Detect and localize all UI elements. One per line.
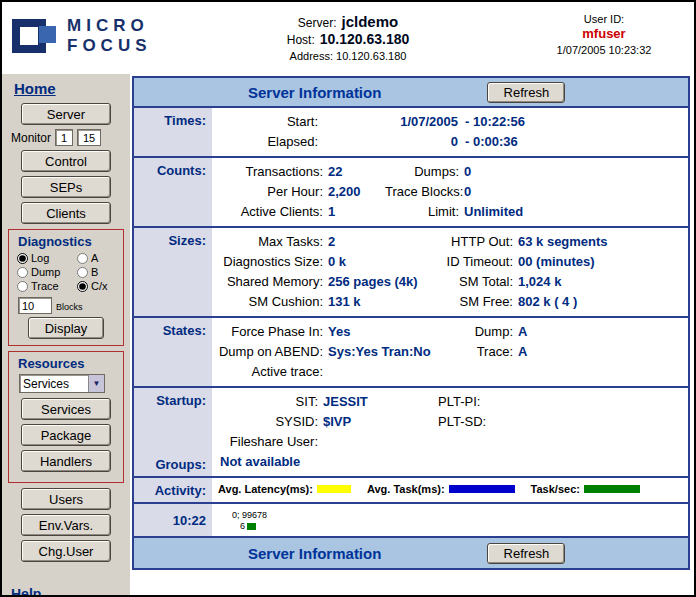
latency-bar (317, 485, 351, 493)
field-value (513, 362, 518, 382)
field-label: Force Phase In: (218, 322, 323, 342)
page-header: MICRO FOCUS Server:jcldemo Host:10.120.6… (2, 2, 694, 74)
control-button[interactable]: Control (21, 150, 111, 172)
timeline-section: 10:22 0; 99678 6 (134, 504, 688, 538)
radio-cx-input[interactable] (77, 281, 88, 292)
legend-tasksec-label: Task/sec: (531, 483, 580, 495)
radio-b[interactable]: B (77, 266, 125, 278)
radio-a[interactable]: A (77, 252, 125, 264)
package-button[interactable]: Package (21, 424, 111, 446)
groups-value: Not available (218, 452, 684, 472)
startup-row: Fileshare User: (218, 432, 684, 452)
handlers-button[interactable]: Handlers (21, 450, 111, 472)
server-name: jcldemo (342, 13, 399, 30)
app-window: MICRO FOCUS Server:jcldemo Host:10.120.6… (0, 0, 696, 597)
panel-footer-bar: Server Information Refresh (134, 538, 688, 568)
users-button[interactable]: Users (21, 488, 111, 510)
diagnostics-radio-group: Log A Dump B (17, 252, 121, 292)
server-label: Server: (298, 16, 337, 30)
states-section: States: Force Phase In: Yes Dump: A Dump… (134, 318, 688, 388)
startup-section: Startup: Groups: SIT: JESSIT PLT-PI: SYS… (134, 388, 688, 478)
field-label: Diagnostics Size: (218, 252, 323, 272)
radio-b-input[interactable] (77, 267, 88, 278)
counts-row: Per Hour: 2,200 Trace Blocks: 0 (218, 182, 684, 202)
legend-task-label: Avg. Task(ms): (367, 483, 445, 495)
radio-cx[interactable]: C/x (77, 280, 125, 292)
activity-label: Activity: (134, 478, 212, 502)
legend-latency-label: Avg. Latency(ms): (218, 483, 313, 495)
monitor-controls: Monitor (11, 129, 126, 146)
refresh-button[interactable]: Refresh (487, 82, 565, 103)
tasksec-bar (584, 485, 640, 493)
field-value: 00 (minutes) (513, 252, 595, 272)
field-label: Shared Memory: (218, 272, 323, 292)
field-label: Active Clients: (218, 202, 323, 222)
sizes-row: SM Cushion: 131 k SM Free: 802 k ( 4 ) (218, 292, 684, 312)
monitor-count-input[interactable] (77, 129, 101, 146)
legend-tasksec: Task/sec: (531, 483, 640, 495)
sizes-label: Sizes: (134, 228, 212, 316)
monitor-label: Monitor (11, 131, 51, 145)
activity-section: Activity: Avg. Latency(ms): Avg. Task(ms… (134, 478, 688, 504)
micro-focus-logo-icon (12, 14, 58, 58)
field-label: Trace: (443, 342, 513, 362)
host-value: 10.120.63.180 (320, 31, 410, 47)
chg-user-button[interactable]: Chg.User (21, 540, 111, 562)
radio-log-input[interactable] (17, 253, 28, 264)
radio-log[interactable]: Log (17, 252, 77, 264)
radio-cx-label: C/x (91, 280, 108, 292)
timeline-row: 6 (240, 521, 684, 532)
field-label: Limit: (385, 202, 459, 222)
resources-select[interactable]: Services ▼ (19, 374, 105, 393)
services-button[interactable]: Services (21, 398, 111, 420)
blocks-row: Blocks (18, 297, 121, 314)
field-value: 1 (323, 202, 385, 222)
field-value: A (513, 322, 527, 342)
refresh-button-bottom[interactable]: Refresh (487, 543, 565, 564)
seps-button[interactable]: SEPs (21, 176, 111, 198)
field-label (438, 432, 518, 452)
server-button[interactable]: Server (21, 103, 111, 125)
address-label: Address: (290, 50, 333, 62)
field-value: JESSIT (318, 392, 438, 412)
timeline-values: 0; 99678 (232, 508, 684, 521)
help-label: Help (11, 586, 130, 597)
field-label: SM Free: (443, 292, 513, 312)
field-value: 802 k ( 4 ) (513, 292, 577, 312)
activity-legend: Avg. Latency(ms): Avg. Task(ms): Task/se… (218, 483, 684, 495)
radio-trace-input[interactable] (17, 281, 28, 292)
counts-row: Active Clients: 1 Limit: Unlimited (218, 202, 684, 222)
radio-trace[interactable]: Trace (17, 280, 77, 292)
radio-a-input[interactable] (77, 253, 88, 264)
blocks-input[interactable] (18, 297, 52, 314)
field-label: HTTP Out: (443, 232, 513, 252)
field-label (443, 362, 513, 382)
monitor-interval-input[interactable] (55, 129, 73, 146)
address-value: 10.120.63.180 (336, 50, 406, 62)
server-identity: Server:jcldemo Host:10.120.63.180 Addres… (188, 13, 508, 62)
radio-dump-input[interactable] (17, 267, 28, 278)
home-link[interactable]: Home (14, 80, 56, 97)
display-button[interactable]: Display (28, 317, 104, 339)
field-label: Per Hour: (218, 182, 323, 202)
field-value (323, 362, 443, 382)
env-vars-button[interactable]: Env.Vars. (21, 514, 111, 536)
groups-label-text: Groups: (155, 457, 206, 472)
field-value (518, 432, 523, 452)
chevron-down-icon: ▼ (88, 375, 104, 392)
field-value: - 0:00:36 (458, 132, 518, 152)
sizes-section: Sizes: Max Tasks: 2 HTTP Out: 63 k segme… (134, 228, 688, 318)
timeline-value-2: 6 (240, 521, 245, 532)
field-value: 1/07/2005 (318, 112, 458, 132)
field-value (318, 432, 438, 452)
radio-dump[interactable]: Dump (17, 266, 77, 278)
field-value: Sys:Yes Tran:No (323, 342, 443, 362)
field-value: 0 (459, 162, 471, 182)
startup-label-text: Startup: (156, 393, 206, 408)
field-label: Transactions: (218, 162, 323, 182)
body-row: Home Server Monitor Control SEPs Clients… (2, 74, 694, 597)
user-id-value: mfuser (534, 26, 674, 41)
radio-log-label: Log (31, 252, 49, 264)
clients-button[interactable]: Clients (21, 202, 111, 224)
counts-section: Counts: Transactions: 22 Dumps: 0 Per Ho… (134, 158, 688, 228)
